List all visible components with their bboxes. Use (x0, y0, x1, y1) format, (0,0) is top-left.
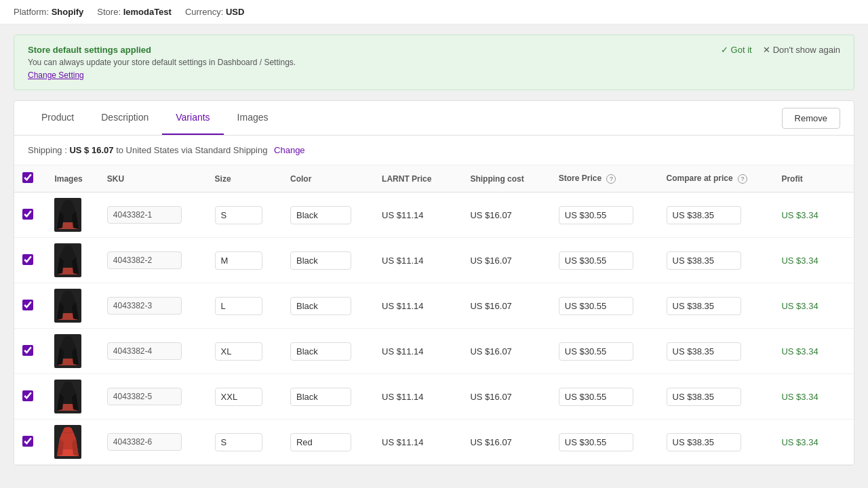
row-shipping-cost: US $16.07 (462, 329, 550, 374)
header-compare-price: Compare at price ? (658, 165, 774, 192)
size-input[interactable] (215, 251, 262, 270)
shipping-bar: Shipping : US $ 16.07 to United States v… (14, 136, 854, 165)
row-size-cell (207, 238, 282, 283)
row-profit: US $3.34 (773, 420, 854, 465)
dont-show-button[interactable]: ✕ Don't show again (763, 45, 840, 55)
compare-price-input[interactable] (667, 388, 741, 406)
row-checkbox-cell (14, 374, 46, 420)
currency-value: USD (226, 7, 244, 17)
table-row: US $11.14 US $16.07 US $3.34 (14, 374, 854, 420)
color-input[interactable] (290, 297, 351, 315)
product-thumbnail (54, 380, 81, 413)
row-size-cell (207, 420, 282, 465)
sku-input[interactable] (107, 433, 182, 451)
row-checkbox-cell (14, 420, 46, 465)
sku-input[interactable] (107, 297, 182, 314)
size-input[interactable] (215, 388, 262, 406)
tab-product[interactable]: Product (28, 101, 87, 135)
row-store-price-cell (551, 192, 658, 238)
row-store-price-cell (551, 329, 658, 374)
table-header-row: Images SKU Size Color LARNT Price Shippi… (14, 165, 854, 192)
tab-images[interactable]: Images (224, 101, 282, 135)
row-image-cell (46, 283, 98, 329)
store-price-input[interactable] (559, 206, 633, 224)
row-checkbox[interactable] (22, 345, 33, 356)
color-input[interactable] (290, 251, 351, 270)
store-price-input[interactable] (559, 251, 633, 270)
compare-price-input[interactable] (667, 433, 741, 451)
row-image-cell (46, 329, 98, 374)
product-thumbnail (54, 334, 81, 368)
row-checkbox[interactable] (22, 390, 33, 401)
got-it-button[interactable]: ✓ Got it (721, 45, 752, 55)
product-thumbnail (54, 289, 81, 323)
table-body: US $11.14 US $16.07 US $3.34 (14, 192, 854, 465)
header-store-price: Store Price ? (551, 165, 658, 192)
notice-subtitle: You can always update your store default… (28, 58, 296, 67)
header-sku: SKU (99, 165, 207, 192)
header-shipping-cost: Shipping cost (462, 165, 550, 192)
size-input[interactable] (215, 206, 262, 224)
store-price-info-icon[interactable]: ? (606, 174, 616, 184)
color-input[interactable] (290, 433, 351, 451)
row-larnt-price: US $11.14 (374, 283, 462, 329)
platform-value: Shopify (52, 7, 84, 17)
row-color-cell (282, 283, 374, 329)
row-checkbox[interactable] (22, 209, 33, 220)
color-input[interactable] (290, 388, 351, 406)
tab-description[interactable]: Description (87, 101, 162, 135)
row-color-cell (282, 420, 374, 465)
row-image-cell (46, 238, 98, 283)
compare-price-input[interactable] (667, 206, 741, 224)
change-setting-link[interactable]: Change Setting (28, 70, 84, 80)
color-input[interactable] (290, 342, 351, 361)
size-input[interactable] (215, 297, 262, 315)
row-compare-price-cell (658, 238, 774, 283)
row-checkbox[interactable] (22, 300, 33, 310)
row-profit: US $3.34 (773, 374, 854, 420)
sku-input[interactable] (107, 342, 182, 360)
sku-input[interactable] (107, 206, 182, 224)
row-store-price-cell (551, 283, 658, 329)
row-sku-cell (99, 283, 207, 329)
size-input[interactable] (215, 433, 262, 451)
store-price-input[interactable] (559, 297, 633, 315)
row-compare-price-cell (658, 374, 774, 420)
store-price-input[interactable] (559, 388, 633, 406)
row-shipping-cost: US $16.07 (462, 283, 550, 329)
row-compare-price-cell (658, 420, 774, 465)
color-input[interactable] (290, 206, 351, 224)
row-color-cell (282, 238, 374, 283)
compare-price-input[interactable] (667, 297, 741, 315)
row-checkbox-cell (14, 329, 46, 374)
profit-value: US $3.34 (781, 301, 818, 311)
row-profit: US $3.34 (773, 238, 854, 283)
row-color-cell (282, 329, 374, 374)
header-checkbox-col (14, 165, 46, 192)
compare-price-input[interactable] (667, 342, 741, 361)
select-all-checkbox[interactable] (22, 172, 33, 183)
row-image-cell (46, 374, 98, 420)
store-value: IemodaTest (123, 7, 172, 17)
shipping-amount: US $ 16.07 (69, 145, 113, 155)
remove-button[interactable]: Remove (782, 108, 840, 129)
store-price-input[interactable] (559, 342, 633, 361)
compare-price-input[interactable] (667, 251, 741, 270)
shipping-change-link[interactable]: Change (274, 145, 305, 155)
row-checkbox[interactable] (22, 436, 33, 447)
currency-label: Currency: USD (185, 7, 244, 17)
row-profit: US $3.34 (773, 192, 854, 238)
tab-variants[interactable]: Variants (162, 101, 223, 135)
sku-input[interactable] (107, 251, 182, 269)
row-checkbox[interactable] (22, 254, 33, 265)
profit-value: US $3.34 (781, 437, 818, 447)
row-size-cell (207, 283, 282, 329)
compare-price-info-icon[interactable]: ? (738, 174, 747, 184)
row-larnt-price: US $11.14 (374, 374, 462, 420)
sku-input[interactable] (107, 388, 182, 405)
size-input[interactable] (215, 342, 262, 361)
store-price-input[interactable] (559, 433, 633, 451)
row-store-price-cell (551, 420, 658, 465)
row-image-cell (46, 420, 98, 465)
table-row: US $11.14 US $16.07 US $3.34 (14, 329, 854, 374)
